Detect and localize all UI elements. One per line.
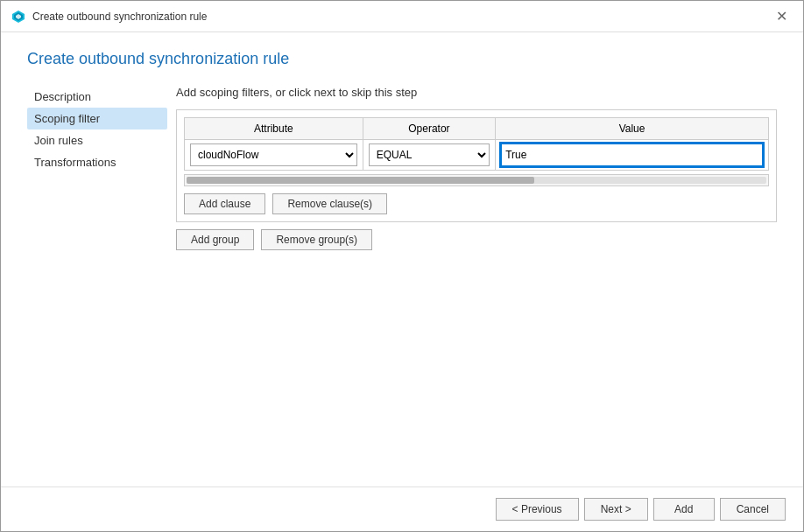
clause-buttons: Add clause Remove clause(s) xyxy=(184,193,769,214)
add-group-button[interactable]: Add group xyxy=(176,229,254,250)
remove-group-button[interactable]: Remove group(s) xyxy=(261,229,372,250)
attribute-cell: cloudNoFlow xyxy=(185,140,363,171)
content: Create outbound synchronization rule Des… xyxy=(1,32,803,531)
operator-select[interactable]: EQUAL xyxy=(369,144,490,166)
add-button[interactable]: Add xyxy=(653,498,715,521)
footer: < Previous Next > Add Cancel xyxy=(1,486,803,531)
table-row: cloudNoFlow EQUAL xyxy=(185,140,769,171)
main-instruction: Add scoping filters, or click next to sk… xyxy=(176,86,777,99)
horizontal-scrollbar[interactable] xyxy=(184,174,769,186)
title-bar: Create outbound synchronization rule ✕ xyxy=(1,1,803,32)
attribute-select[interactable]: cloudNoFlow xyxy=(190,144,357,166)
value-input[interactable] xyxy=(501,144,763,166)
close-button[interactable]: ✕ xyxy=(771,8,793,25)
sidebar: Description Scoping filter Join rules Tr… xyxy=(27,77,167,486)
page-title: Create outbound synchronization rule xyxy=(27,50,777,68)
sidebar-item-description[interactable]: Description xyxy=(27,86,167,108)
sidebar-item-scoping-filter[interactable]: Scoping filter xyxy=(27,108,167,130)
main-area: Add scoping filters, or click next to sk… xyxy=(167,77,777,486)
cancel-button[interactable]: Cancel xyxy=(720,498,786,521)
group-buttons: Add group Remove group(s) xyxy=(176,229,777,250)
col-operator: Operator xyxy=(363,118,495,140)
operator-cell: EQUAL xyxy=(363,140,495,171)
value-cell xyxy=(496,140,769,171)
filter-box: Attribute Operator Value cloudNoFlow xyxy=(176,109,777,222)
remove-clause-button[interactable]: Remove clause(s) xyxy=(272,193,387,214)
main-window: Create outbound synchronization rule ✕ C… xyxy=(0,0,804,532)
previous-button[interactable]: < Previous xyxy=(496,498,579,521)
page-header: Create outbound synchronization rule xyxy=(1,32,803,77)
app-icon xyxy=(11,10,25,24)
title-bar-title: Create outbound synchronization rule xyxy=(32,10,207,23)
sidebar-item-transformations[interactable]: Transformations xyxy=(27,151,167,173)
title-bar-left: Create outbound synchronization rule xyxy=(11,10,207,24)
col-value: Value xyxy=(496,118,769,140)
filter-table: Attribute Operator Value cloudNoFlow xyxy=(184,117,769,171)
sidebar-item-join-rules[interactable]: Join rules xyxy=(27,130,167,151)
body: Description Scoping filter Join rules Tr… xyxy=(1,77,803,486)
next-button[interactable]: Next > xyxy=(584,498,648,521)
col-attribute: Attribute xyxy=(185,118,363,140)
scrollbar-thumb xyxy=(187,177,534,184)
scrollbar-track xyxy=(187,177,766,184)
add-clause-button[interactable]: Add clause xyxy=(184,193,265,214)
